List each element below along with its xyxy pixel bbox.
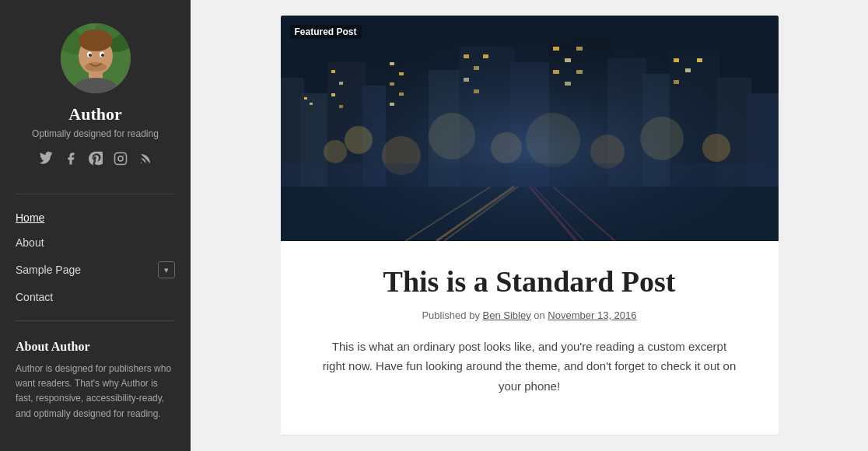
sidebar-tagline: Optimally designed for reading	[32, 128, 159, 139]
meta-prefix: Published by	[422, 309, 482, 321]
content-wrapper: Featured Post	[281, 16, 779, 435]
svg-point-10	[89, 54, 92, 57]
post-divider	[281, 435, 779, 435]
about-author-text: Author is designed for publishers who wa…	[16, 362, 175, 421]
nav-link-about[interactable]: About	[16, 236, 175, 249]
post-card: This is a Standard Post Published by Ben…	[281, 241, 779, 435]
nav-link-sample-page[interactable]: Sample Page	[16, 264, 81, 276]
avatar	[61, 23, 131, 93]
nav-link-home[interactable]: Home	[16, 212, 175, 224]
instagram-icon[interactable]	[112, 150, 129, 167]
post-body: This is a Standard Post Published by Ben…	[281, 241, 779, 419]
svg-point-7	[79, 30, 113, 51]
sidebar-nav: Home About Sample Page ▾ Contact	[0, 205, 191, 309]
about-divider	[16, 320, 175, 321]
pinterest-icon[interactable]	[87, 150, 104, 167]
svg-rect-75	[281, 163, 779, 241]
nav-divider	[16, 194, 175, 194]
nav-link-contact[interactable]: Contact	[16, 291, 175, 303]
twitter-icon[interactable]	[37, 150, 54, 167]
featured-label: Featured Post	[290, 25, 362, 39]
svg-point-16	[141, 163, 142, 164]
meta-connector: on	[531, 309, 548, 321]
about-author-title: About Author	[16, 340, 175, 354]
rss-icon[interactable]	[137, 150, 154, 167]
sidebar-title: Author	[68, 104, 121, 124]
social-icons-list	[37, 150, 154, 167]
post-meta: Published by Ben Sibley on November 13, …	[320, 309, 740, 321]
nav-item-about[interactable]: About	[16, 230, 175, 255]
featured-image: Featured Post	[281, 16, 779, 241]
nav-item-sample-wrapper: Sample Page ▾	[16, 261, 175, 278]
sidebar: Author Optimally designed for reading Ho	[0, 0, 191, 451]
sidebar-header: Author Optimally designed for reading	[0, 0, 191, 183]
svg-point-12	[85, 62, 107, 72]
svg-point-14	[118, 156, 123, 161]
svg-rect-13	[114, 153, 126, 165]
post-excerpt: This is what an ordinary post looks like…	[320, 337, 740, 397]
dropdown-arrow-icon[interactable]: ▾	[158, 261, 175, 278]
post-date-link[interactable]: November 13, 2016	[548, 309, 636, 321]
nav-item-sample-page[interactable]: Sample Page ▾	[16, 255, 175, 285]
main-content: Featured Post	[191, 0, 868, 451]
facebook-icon[interactable]	[62, 150, 79, 167]
post-title: This is a Standard Post	[320, 264, 740, 300]
post-author-link[interactable]: Ben Sibley	[483, 309, 531, 321]
svg-point-15	[123, 155, 124, 156]
nav-item-contact[interactable]: Contact	[16, 285, 175, 309]
svg-point-11	[101, 54, 104, 57]
nav-menu: Home About Sample Page ▾ Contact	[0, 205, 191, 309]
about-author-section: About Author Author is designed for publ…	[0, 340, 191, 421]
nav-item-home[interactable]: Home	[16, 205, 175, 230]
